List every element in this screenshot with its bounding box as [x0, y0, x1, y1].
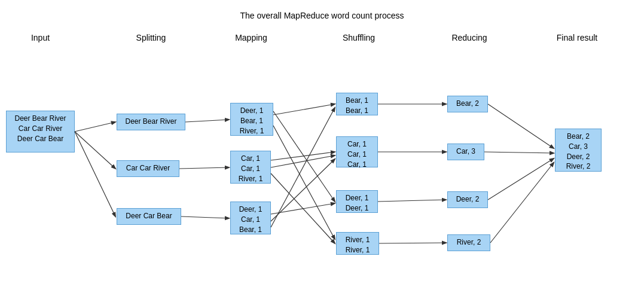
box-shuf3: Deer, 1Deer, 1 — [336, 190, 378, 213]
box-red2: Car, 3 — [447, 144, 484, 160]
svg-line-5 — [181, 216, 229, 218]
box-shuf2: Car, 1Car, 1Car, 1 — [336, 136, 378, 167]
box-red1: Bear, 2 — [447, 96, 488, 112]
box-map2: Car, 1Car, 1River, 1 — [230, 151, 271, 184]
box-split3: Deer Car Bear — [117, 208, 181, 225]
label-shuffling: Shuffling — [332, 33, 386, 42]
svg-line-1 — [75, 132, 115, 169]
label-input: Input — [6, 33, 75, 42]
box-input: Deer Bear RiverCar Car RiverDeer Car Bea… — [6, 111, 75, 152]
box-map3: Deer, 1Car, 1Bear, 1 — [230, 202, 271, 234]
box-shuf1: Bear, 1Bear, 1 — [336, 93, 378, 115]
label-splitting: Splitting — [114, 33, 188, 42]
svg-line-2 — [75, 132, 115, 216]
svg-line-10 — [271, 159, 335, 221]
svg-line-19 — [488, 104, 554, 148]
box-red4: River, 2 — [447, 234, 490, 251]
svg-line-17 — [378, 200, 446, 202]
label-final: Final result — [544, 33, 610, 42]
svg-line-22 — [490, 163, 554, 243]
svg-line-6 — [273, 104, 335, 115]
svg-line-7 — [271, 108, 335, 227]
svg-line-21 — [488, 158, 554, 200]
svg-line-11 — [273, 111, 335, 202]
svg-line-0 — [75, 122, 115, 132]
box-split1: Deer Bear River — [117, 114, 185, 130]
svg-line-3 — [185, 120, 229, 122]
box-split2: Car Car River — [117, 160, 179, 177]
box-shuf4: River, 1River, 1 — [336, 232, 379, 255]
arrows-svg — [0, 0, 644, 299]
label-mapping: Mapping — [224, 33, 278, 42]
label-reducing: Reducing — [442, 33, 496, 42]
svg-line-4 — [179, 167, 229, 169]
svg-line-9 — [271, 155, 335, 167]
box-red3: Deer, 2 — [447, 191, 488, 208]
svg-line-12 — [271, 203, 335, 214]
svg-line-13 — [273, 126, 335, 239]
diagram-title: The overall MapReduce word count process — [0, 11, 644, 20]
diagram-container: The overall MapReduce word count process… — [0, 0, 644, 299]
svg-line-8 — [271, 152, 335, 160]
box-map1: Deer, 1Bear, 1River, 1 — [230, 103, 273, 136]
svg-line-20 — [484, 152, 554, 153]
svg-line-14 — [271, 173, 335, 243]
box-final: Bear, 2Car, 3Deer, 2River, 2 — [555, 129, 602, 172]
svg-line-18 — [379, 243, 446, 243]
